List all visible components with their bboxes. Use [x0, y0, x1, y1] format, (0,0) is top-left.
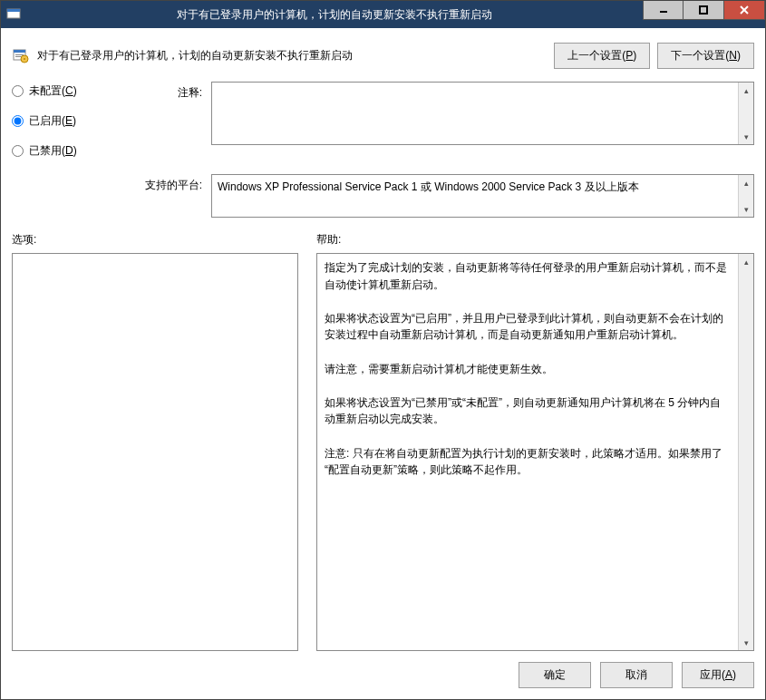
- close-button[interactable]: [724, 0, 765, 20]
- radio-not-configured[interactable]: 未配置(C): [12, 83, 112, 99]
- dialog-content: 对于有已登录用户的计算机，计划的自动更新安装不执行重新启动 上一个设置(P) 下…: [1, 28, 765, 699]
- svg-point-11: [24, 58, 25, 60]
- radio-enabled-input[interactable]: [12, 115, 24, 127]
- svg-rect-1: [7, 9, 20, 12]
- config-row: 未配置(C) 已启用(E) 已禁用(D) 注释: ▴ ▾: [12, 82, 754, 221]
- scroll-up-icon[interactable]: ▴: [739, 254, 753, 269]
- supported-platform-box: Windows XP Professional Service Pack 1 或…: [211, 174, 754, 218]
- comment-label: 注释:: [139, 82, 202, 145]
- scrollbar[interactable]: ▴ ▾: [738, 254, 753, 650]
- previous-setting-button[interactable]: 上一个设置(P): [554, 43, 650, 69]
- platform-label: 支持的平台:: [139, 174, 202, 218]
- radio-not-configured-input[interactable]: [12, 85, 24, 97]
- next-setting-button[interactable]: 下一个设置(N): [657, 43, 754, 69]
- window-title: 对于有已登录用户的计算机，计划的自动更新安装不执行重新启动: [26, 7, 643, 23]
- section-labels: 选项: 帮助:: [12, 221, 754, 253]
- policy-name: 对于有已登录用户的计算机，计划的自动更新安装不执行重新启动: [37, 48, 353, 63]
- help-text: 指定为了完成计划的安装，自动更新将等待任何登录的用户重新启动计算机，而不是自动使…: [317, 254, 738, 650]
- panels-row: 指定为了完成计划的安装，自动更新将等待任何登录的用户重新启动计算机，而不是自动使…: [12, 253, 754, 651]
- scroll-up-icon[interactable]: ▴: [739, 83, 753, 98]
- scroll-down-icon[interactable]: ▾: [739, 129, 753, 144]
- apply-button[interactable]: 应用(A): [682, 662, 754, 688]
- title-bar: 对于有已登录用户的计算机，计划的自动更新安装不执行重新启动: [1, 1, 765, 28]
- svg-rect-7: [14, 50, 25, 53]
- options-label: 选项:: [12, 232, 298, 248]
- help-panel: 指定为了完成计划的安装，自动更新将等待任何登录的用户重新启动计算机，而不是自动使…: [316, 253, 754, 651]
- options-panel: [12, 253, 298, 651]
- header-row: 对于有已登录用户的计算机，计划的自动更新安装不执行重新启动 上一个设置(P) 下…: [12, 37, 754, 82]
- minimize-button[interactable]: [643, 0, 684, 20]
- scroll-up-icon[interactable]: ▴: [739, 175, 753, 190]
- help-label: 帮助:: [316, 232, 341, 248]
- radio-disabled-input[interactable]: [12, 145, 24, 157]
- scroll-down-icon[interactable]: ▾: [739, 635, 753, 650]
- scrollbar[interactable]: ▴ ▾: [738, 83, 753, 144]
- platform-text: Windows XP Professional Service Pack 1 或…: [212, 175, 738, 217]
- scrollbar[interactable]: ▴ ▾: [738, 175, 753, 217]
- scroll-down-icon[interactable]: ▾: [739, 201, 753, 217]
- comment-textarea[interactable]: ▴ ▾: [211, 82, 754, 145]
- comment-text[interactable]: [212, 83, 738, 144]
- dialog-footer: 确定 取消 应用(A): [12, 651, 754, 688]
- app-icon: [1, 7, 26, 22]
- window-controls: [643, 1, 765, 28]
- cancel-button[interactable]: 取消: [600, 662, 673, 688]
- policy-icon: [12, 47, 30, 65]
- svg-rect-8: [15, 54, 24, 55]
- radio-enabled[interactable]: 已启用(E): [12, 113, 112, 129]
- state-radios: 未配置(C) 已启用(E) 已禁用(D): [12, 82, 112, 218]
- radio-disabled[interactable]: 已禁用(D): [12, 143, 112, 159]
- ok-button[interactable]: 确定: [519, 662, 591, 688]
- maximize-button[interactable]: [684, 0, 724, 20]
- svg-rect-3: [700, 6, 707, 14]
